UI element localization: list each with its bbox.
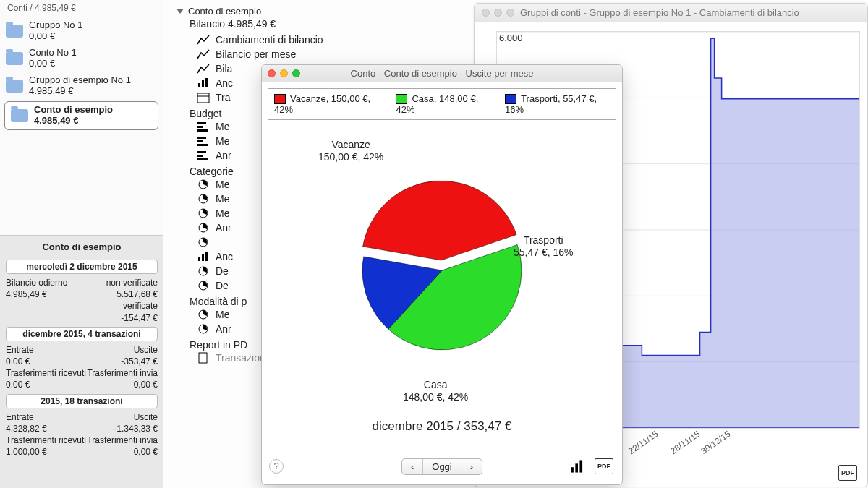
- document-icon: [197, 352, 210, 364]
- svg-rect-21: [205, 252, 208, 261]
- bars-icon: [197, 135, 210, 147]
- traffic-lights[interactable]: [482, 9, 514, 17]
- calendar-icon: [197, 92, 210, 103]
- pie-icon: [197, 179, 210, 190]
- pie-label-trasporti: Trasporti55,47 €, 16%: [514, 234, 574, 259]
- svg-rect-36: [579, 460, 582, 472]
- svg-rect-12: [197, 155, 203, 157]
- pie-label-casa: Casa148,00 €, 42%: [403, 379, 468, 403]
- bar-chart-button[interactable]: [569, 458, 587, 475]
- pie-legend: Vacanze, 150,00 €, 42% Casa, 148,00 €, 4…: [268, 88, 616, 120]
- swatch-icon: [274, 94, 286, 104]
- info-block3-head: 2015, 18 transazioni: [6, 394, 158, 408]
- info-title: Conto di esempio: [6, 239, 158, 257]
- sidebar-item-group1[interactable]: Gruppo No 10,00 €: [0, 17, 163, 45]
- svg-rect-8: [197, 137, 206, 139]
- svg-rect-1: [202, 80, 204, 87]
- bars-icon: [197, 121, 210, 132]
- pdf-button[interactable]: PDF: [595, 458, 613, 475]
- svg-rect-0: [198, 83, 200, 87]
- pie-icon: [197, 193, 210, 205]
- bars-icon: [197, 150, 210, 161]
- tree-title[interactable]: Conto di esempio: [176, 6, 467, 17]
- info-panel: Conto di esempio mercoledì 2 dicembre 20…: [0, 235, 163, 488]
- pie-icon: [197, 236, 210, 248]
- legend-item: Vacanze, 150,00 €, 42%: [274, 93, 383, 115]
- svg-rect-6: [197, 126, 203, 128]
- svg-rect-5: [197, 122, 206, 124]
- line-chart-icon: [197, 34, 210, 46]
- svg-rect-10: [197, 144, 208, 146]
- legend-item: Trasporti, 55,47 €, 16%: [505, 93, 610, 115]
- folder-icon: [11, 109, 28, 122]
- sidebar-item-example-group[interactable]: Gruppo di esempio No 14.985,49 €: [0, 72, 163, 100]
- bar-chart-icon: [197, 251, 210, 262]
- today-button[interactable]: Oggi: [423, 459, 461, 474]
- svg-rect-2: [205, 78, 208, 87]
- swatch-icon: [396, 94, 407, 104]
- pie-icon: [197, 323, 210, 335]
- folder-icon: [6, 80, 23, 93]
- bar-chart-icon: [197, 77, 210, 89]
- sidebar-header: Conti / 4.985,49 €: [0, 0, 163, 17]
- swatch-icon: [505, 94, 516, 104]
- pie-chart-window[interactable]: Conto - Conto di esempio - Uscite per me…: [261, 64, 623, 485]
- svg-rect-20: [202, 254, 204, 261]
- bg-titlebar[interactable]: Gruppi di conti - Gruppo di esempio No 1…: [475, 4, 867, 22]
- sidebar-item-account1[interactable]: Conto No 10,00 €: [0, 45, 163, 72]
- svg-rect-26: [199, 353, 207, 363]
- sidebar: Conti / 4.985,49 € Gruppo No 10,00 € Con…: [0, 0, 163, 488]
- folder-icon: [6, 25, 23, 38]
- next-button[interactable]: ›: [461, 459, 482, 474]
- svg-rect-3: [197, 93, 209, 103]
- svg-rect-11: [197, 151, 206, 153]
- svg-rect-35: [575, 463, 578, 472]
- pie-label-vacanze: Vacanze150,00 €, 42%: [318, 139, 383, 163]
- pdf-button[interactable]: PDF: [838, 465, 857, 481]
- fg-titlebar[interactable]: Conto - Conto di esempio - Uscite per me…: [262, 65, 622, 82]
- pie-icon: [197, 265, 210, 277]
- tree-balance: Bilancio 4.985,49 €: [176, 18, 467, 30]
- svg-rect-7: [197, 129, 208, 132]
- pie-chart-area: Vacanze150,00 €, 42% Trasporti55,47 €, 1…: [262, 126, 622, 415]
- svg-rect-19: [198, 257, 200, 261]
- sidebar-item-example-account[interactable]: Conto di esempio4.985,49 €: [4, 101, 158, 130]
- svg-rect-34: [571, 467, 574, 472]
- tree-item[interactable]: Cambiamenti di bilancio: [176, 33, 467, 47]
- folder-icon: [6, 52, 23, 65]
- prev-button[interactable]: ‹: [402, 459, 423, 474]
- line-chart-icon: [197, 48, 210, 60]
- disclosure-icon[interactable]: [176, 9, 184, 14]
- pie-icon: [197, 309, 210, 320]
- fg-window-title: Conto - Conto di esempio - Uscite per me…: [262, 68, 622, 79]
- legend-item: Casa, 148,00 €, 42%: [396, 93, 492, 115]
- svg-rect-13: [197, 158, 208, 160]
- svg-rect-9: [197, 140, 203, 142]
- info-block1-head: mercoledì 2 dicembre 2015: [6, 260, 158, 274]
- pie-icon: [197, 222, 210, 234]
- date-nav[interactable]: ‹ Oggi ›: [401, 458, 482, 475]
- tree-item[interactable]: Bilancio per mese: [176, 47, 467, 61]
- line-chart-icon: [197, 63, 210, 74]
- help-button[interactable]: ?: [269, 459, 284, 474]
- pie-icon: [197, 207, 210, 219]
- pie-icon: [197, 280, 210, 291]
- info-block2-head: dicembre 2015, 4 transazioni: [6, 327, 158, 341]
- pie-caption: dicembre 2015 / 353,47 €: [262, 415, 622, 440]
- bg-window-title: Gruppi di conti - Gruppo di esempio No 1…: [520, 7, 799, 18]
